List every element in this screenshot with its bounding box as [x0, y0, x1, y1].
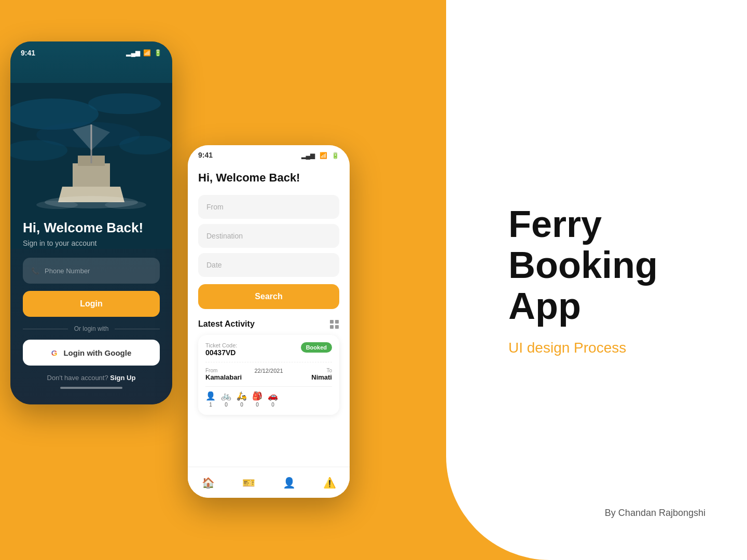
passenger-car: 🚗 0: [268, 391, 278, 408]
svg-point-5: [119, 136, 171, 155]
signup-text: Don't have account? Sign Up: [23, 374, 160, 382]
time-phone1: 9:41: [21, 49, 35, 57]
nav-home[interactable]: 🏠: [202, 477, 215, 489]
status-bar-phone1: 9:41 ▂▄▆ 📶 🔋: [10, 41, 172, 64]
or-divider: Or login with: [23, 325, 160, 332]
welcome-title-phone1: Hi, Welcome Back!: [23, 220, 160, 236]
date-placeholder: Date: [206, 261, 222, 269]
route-date: 22/12/2021: [247, 368, 289, 374]
bottom-nav: 🏠 🎫 👤 ⚠️: [188, 467, 350, 493]
status-bar-phone2: 9:41 ▂▄▆ 📶 🔋: [188, 145, 350, 163]
status-icons-phone1: ▂▄▆ 📶 🔋: [126, 49, 162, 57]
phone-icon: 📞: [31, 267, 39, 275]
app-subtitle: UI design Process: [508, 340, 716, 356]
latest-activity-title: Latest Activity: [198, 319, 255, 329]
svg-rect-7: [73, 163, 110, 187]
search-button[interactable]: Search: [198, 284, 339, 309]
or-text: Or login with: [74, 325, 109, 332]
ticket-info: Ticket Code: 00437VD: [205, 342, 237, 357]
nav-tickets[interactable]: 🎫: [242, 477, 255, 489]
card-route: From Kamalabari 22/12/2021 To Nimati: [205, 362, 332, 381]
route-from: From Kamalabari: [205, 368, 247, 381]
passenger-luggage: 🎒 0: [252, 391, 262, 408]
phones-container: 9:41 ▂▄▆ 📶 🔋 Hi, Welcome Back! Sign in t…: [10, 41, 350, 498]
phone-number-field[interactable]: 📞 Phone Number: [23, 258, 160, 284]
nav-profile[interactable]: 👤: [283, 477, 296, 489]
svg-point-2: [88, 93, 161, 114]
booking-phone: 9:41 ▂▄▆ 📶 🔋 Hi, Welcome Back! From Dest…: [188, 145, 350, 498]
google-login-label: Login with Google: [63, 348, 131, 357]
app-title: Ferry Booking App: [508, 204, 716, 327]
time-phone2: 9:41: [198, 151, 213, 159]
date-field[interactable]: Date: [198, 253, 339, 277]
grid-icon[interactable]: [330, 320, 339, 329]
card-top: Ticket Code: 00437VD Booked: [205, 342, 332, 357]
phone-placeholder: Phone Number: [45, 267, 90, 275]
destination-field[interactable]: Destination: [198, 224, 339, 248]
home-indicator: [60, 387, 122, 389]
status-icons-phone2: ▂▄▆ 📶 🔋: [299, 150, 339, 160]
right-content: Ferry Booking App UI design Process: [508, 204, 716, 356]
phone2-body: Hi, Welcome Back! From Destination Date …: [188, 163, 350, 493]
from-placeholder: From: [206, 203, 224, 211]
login-phone: 9:41 ▂▄▆ 📶 🔋 Hi, Welcome Back! Sign in t…: [10, 41, 172, 404]
ticket-code: 00437VD: [205, 348, 237, 357]
ticket-label: Ticket Code:: [205, 342, 237, 348]
google-icon: G: [51, 348, 58, 357]
passenger-row: 👤 1 🚲 0 🛵 0 🎒 0: [205, 386, 332, 408]
destination-placeholder: Destination: [206, 232, 243, 240]
author-credit: By Chandan Rajbongshi: [605, 508, 706, 519]
divider-left: [23, 329, 68, 329]
passenger-bicycle: 🚲 0: [221, 391, 231, 408]
passenger-person: 👤 1: [205, 391, 216, 408]
activity-card: Ticket Code: 00437VD Booked From Kamalab…: [198, 335, 339, 415]
login-button[interactable]: Login: [23, 291, 160, 317]
latest-activity-header: Latest Activity: [198, 319, 339, 329]
google-login-button[interactable]: G Login with Google: [23, 340, 160, 366]
route-to: To Nimati: [290, 368, 332, 381]
divider-right: [115, 329, 160, 329]
phone1-content: Hi, Welcome Back! Sign in to your accoun…: [10, 207, 172, 404]
signup-link[interactable]: Sign Up: [110, 374, 135, 382]
booked-badge: Booked: [301, 342, 332, 353]
passenger-motorbike: 🛵 0: [237, 391, 247, 408]
welcome-subtitle-phone1: Sign in to your account: [23, 239, 160, 247]
nav-alerts[interactable]: ⚠️: [323, 477, 336, 489]
welcome-title-phone2: Hi, Welcome Back!: [198, 171, 339, 185]
from-field[interactable]: From: [198, 195, 339, 219]
